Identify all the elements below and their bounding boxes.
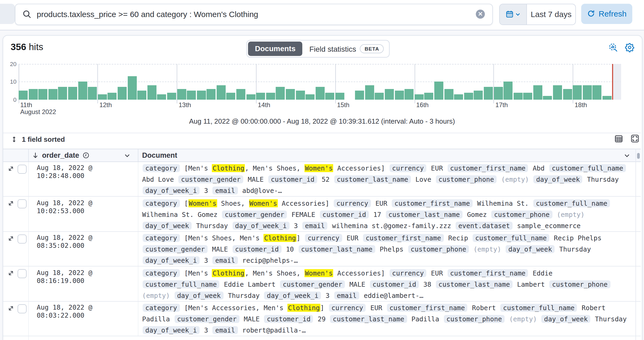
row-checkbox[interactable] <box>18 304 27 313</box>
histogram-bar[interactable] <box>58 64 68 100</box>
histogram-bar[interactable] <box>236 64 246 100</box>
chart-options-icon[interactable] <box>608 42 618 52</box>
histogram-bar[interactable] <box>573 64 583 100</box>
time-range-caption: Aug 11, 2022 @ 00:00:00.000 - Aug 18, 20… <box>3 117 641 125</box>
expand-row-icon[interactable] <box>7 200 14 207</box>
histogram-bar[interactable] <box>28 64 38 100</box>
histogram-bar[interactable] <box>118 64 127 100</box>
histogram-bar[interactable] <box>48 64 58 100</box>
tab-documents[interactable]: Documents <box>248 42 302 56</box>
histogram-bar[interactable] <box>424 64 434 100</box>
histogram-bar[interactable] <box>88 64 98 100</box>
clear-query-button[interactable]: ✕ <box>476 10 485 19</box>
histogram-bar[interactable] <box>38 64 48 100</box>
histogram-bar[interactable] <box>19 64 28 100</box>
histogram-bar[interactable] <box>434 64 444 100</box>
histogram-bar[interactable] <box>415 64 424 100</box>
query-bar[interactable]: products.taxless_price >= 60 and categor… <box>15 3 493 25</box>
expand-row-icon[interactable] <box>7 270 14 277</box>
row-checkbox[interactable] <box>18 269 27 278</box>
histogram-bar[interactable] <box>563 64 573 100</box>
highlighted-term: Women's <box>304 164 333 172</box>
date-picker-quick-menu[interactable] <box>500 4 527 24</box>
histogram-bar[interactable] <box>296 64 306 100</box>
fullscreen-icon[interactable] <box>631 134 640 144</box>
histogram-bar[interactable] <box>207 64 217 100</box>
display-options-icon[interactable] <box>614 134 624 144</box>
histogram-bar[interactable] <box>177 64 187 100</box>
histogram-bar-fill <box>38 89 47 100</box>
histogram-bar[interactable] <box>197 64 207 100</box>
histogram-bar[interactable] <box>108 64 118 100</box>
expand-row-icon[interactable] <box>7 165 14 172</box>
histogram-bar[interactable] <box>68 64 78 100</box>
histogram-bars <box>19 64 621 100</box>
histogram-bar[interactable] <box>157 64 167 100</box>
histogram-bar[interactable] <box>306 64 315 100</box>
row-checkbox[interactable] <box>18 234 27 243</box>
histogram-bar[interactable] <box>276 64 286 100</box>
histogram-bar[interactable] <box>127 64 137 100</box>
histogram-bar[interactable] <box>137 64 147 100</box>
histogram-bar[interactable] <box>533 64 543 100</box>
time-range-label[interactable]: Last 7 days <box>527 4 575 24</box>
histogram-bar[interactable] <box>593 64 602 100</box>
sort-fields-button[interactable]: 1 field sorted <box>11 135 65 143</box>
histogram-bar[interactable] <box>484 64 494 100</box>
histogram-bar[interactable] <box>355 64 365 100</box>
histogram-bar[interactable] <box>385 64 395 100</box>
histogram-bar[interactable] <box>365 64 375 100</box>
histogram-bar[interactable] <box>226 64 236 100</box>
field-chip: customer_gender <box>174 315 239 323</box>
histogram-bar[interactable] <box>602 64 612 100</box>
field-value: EUR <box>366 304 386 312</box>
histogram-bar[interactable] <box>444 64 454 100</box>
scrollbar-thumb[interactable] <box>637 153 640 159</box>
histogram-bar[interactable] <box>375 64 385 100</box>
histogram-bar[interactable] <box>523 64 533 100</box>
date-picker[interactable]: Last 7 days <box>499 3 576 25</box>
histogram-bar[interactable] <box>167 64 177 100</box>
histogram-bar[interactable] <box>325 64 335 100</box>
highlighted-term: Clothing <box>264 234 296 242</box>
histogram-bar[interactable] <box>187 64 197 100</box>
histogram-bar[interactable] <box>553 64 563 100</box>
histogram-bar[interactable] <box>246 64 256 100</box>
histogram-bar[interactable] <box>78 64 88 100</box>
histogram-bar[interactable] <box>147 64 157 100</box>
histogram-bar[interactable] <box>464 64 474 100</box>
grid-header-document[interactable]: Document <box>138 149 635 161</box>
histogram-bar[interactable] <box>395 64 404 100</box>
tab-field-statistics[interactable]: Field statistics BETA <box>302 44 388 53</box>
grid-header-order-date[interactable]: order_date <box>29 149 138 161</box>
histogram-bar[interactable] <box>286 64 296 100</box>
field-value: (empty) <box>505 315 541 323</box>
histogram-bar[interactable] <box>404 64 414 100</box>
histogram-bar[interactable] <box>513 64 523 100</box>
histogram-bar[interactable] <box>494 64 503 100</box>
query-input[interactable]: products.taxless_price >= 60 and categor… <box>37 4 258 24</box>
histogram-bar[interactable] <box>266 64 276 100</box>
gear-icon[interactable] <box>625 42 634 52</box>
histogram-bar[interactable] <box>503 64 513 100</box>
expand-row-icon[interactable] <box>7 235 14 242</box>
histogram-bar[interactable] <box>316 64 325 100</box>
row-checkbox[interactable] <box>18 199 27 208</box>
histogram-bar[interactable] <box>583 64 593 100</box>
add-filter-button[interactable]: + <box>0 3 15 24</box>
document-column-menu-icon[interactable] <box>624 152 630 159</box>
histogram-bar-fill <box>602 96 612 100</box>
histogram-bar[interactable] <box>256 64 266 100</box>
row-checkbox[interactable] <box>18 164 27 173</box>
refresh-button[interactable]: Refresh <box>581 3 632 24</box>
histogram-bar[interactable] <box>217 64 226 100</box>
histogram-bar[interactable] <box>454 64 464 100</box>
histogram-bar[interactable] <box>335 64 345 100</box>
field-value: recip@phelps-… <box>238 256 298 264</box>
histogram-bar[interactable] <box>345 64 355 100</box>
order-date-column-menu-icon[interactable] <box>124 152 130 159</box>
histogram-bar[interactable] <box>474 64 484 100</box>
expand-row-icon[interactable] <box>7 305 14 311</box>
histogram-bar[interactable] <box>98 64 108 100</box>
histogram-bar[interactable] <box>543 64 553 100</box>
